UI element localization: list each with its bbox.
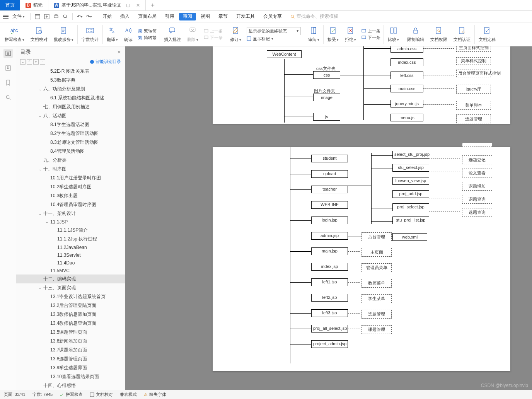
- toc-item[interactable]: 十二、编码实现: [16, 275, 125, 283]
- toc-item[interactable]: 5.3数据字典: [16, 76, 125, 85]
- bookmark-icon[interactable]: [3, 78, 13, 87]
- toc-item[interactable]: 13.7课题添加页面: [16, 346, 125, 355]
- toc-icon[interactable]: [3, 49, 13, 58]
- toc-item[interactable]: 11.2JavaBean: [16, 244, 125, 251]
- wordcount-button[interactable]: 字数统计: [78, 22, 102, 46]
- docproof-button[interactable]: 文档校对: [27, 22, 51, 46]
- file-menu[interactable]: 文件▾: [10, 13, 27, 20]
- menu-view[interactable]: 视图: [197, 11, 214, 22]
- permissions-button[interactable]: 文档权限: [427, 22, 450, 46]
- toc-item[interactable]: 11.3Servlet: [16, 251, 125, 259]
- finalize-button[interactable]: 文档定稿: [476, 22, 499, 46]
- toc-item[interactable]: 8.3老师论文管理活动图: [16, 138, 125, 147]
- menu-references[interactable]: 引用: [161, 11, 178, 22]
- prev-change[interactable]: 上一条: [361, 28, 380, 34]
- toc-level-down[interactable]: −: [40, 59, 45, 65]
- accept-button[interactable]: 接受▾: [324, 22, 342, 46]
- toc-item[interactable]: 七、用例图及用例描述: [16, 102, 125, 111]
- toc-item[interactable]: 13.2后台管理登陆页面: [16, 301, 125, 310]
- show-marks[interactable]: 显示标记▾: [247, 36, 301, 42]
- bookmark-panel-icon[interactable]: [3, 63, 13, 73]
- status-words[interactable]: 字数: 7945: [32, 392, 53, 397]
- toc-item[interactable]: 5.2E-R 图及关系表: [16, 67, 125, 76]
- restrict-button[interactable]: 限制编辑: [404, 22, 427, 46]
- close-tab-icon[interactable]: ✕: [136, 3, 140, 8]
- menu-devtools[interactable]: 开发工具: [232, 11, 259, 22]
- insert-comment-button[interactable]: 插入批注: [161, 22, 184, 46]
- next-change[interactable]: 下一条: [361, 35, 380, 41]
- review-pane-button[interactable]: 审阅▾: [305, 22, 322, 46]
- toc-collapse-all[interactable]: ⌃: [27, 59, 32, 65]
- search-box[interactable]: 查找命令、搜索模板: [290, 13, 338, 20]
- status-spell[interactable]: 拼写检查: [60, 392, 83, 397]
- certify-button[interactable]: 文档认证: [450, 22, 474, 46]
- close-toc-icon[interactable]: ✕: [117, 49, 121, 55]
- toc-item[interactable]: ⌄十、时序图: [16, 165, 125, 174]
- toc-item[interactable]: 11.1.1JSP简介: [16, 226, 125, 235]
- jian-to-fan[interactable]: 繁简转繁: [138, 35, 157, 41]
- status-missing-font[interactable]: ⚠缺失字体: [144, 392, 166, 397]
- reject-button[interactable]: 拒绝▾: [342, 22, 359, 46]
- approval-button[interactable]: 批改服务▾: [51, 22, 77, 46]
- toc-item[interactable]: 11.1.2Jsp 执行过程: [16, 235, 125, 244]
- preview-icon[interactable]: [61, 13, 69, 20]
- tab-doke[interactable]: D稻壳: [20, 0, 48, 10]
- toc-item[interactable]: 10.2学生选题时序图: [16, 182, 125, 191]
- toc-item[interactable]: 8.2学生选题管理活动图: [16, 129, 125, 138]
- toc-item[interactable]: ⌄十一、架构设计: [16, 209, 125, 218]
- status-page[interactable]: 页面: 33/41: [4, 392, 26, 397]
- toc-level-up[interactable]: +: [33, 59, 39, 65]
- new-tab-button[interactable]: ＋: [146, 0, 160, 10]
- hamburger-icon[interactable]: [3, 15, 9, 19]
- translate-button[interactable]: 文A翻译▾: [104, 22, 121, 46]
- toc-item[interactable]: 8.4管理员活动图: [16, 147, 125, 156]
- toc-item[interactable]: 10.1用户注册登录时序图: [16, 174, 125, 182]
- toc-item[interactable]: 10.4管理员审题时序图: [16, 200, 125, 209]
- toc-item[interactable]: 13.4教师信息查询页面: [16, 319, 125, 328]
- toc-item[interactable]: 10.3教师出题: [16, 191, 125, 200]
- status-proof[interactable]: 文档校对: [90, 392, 113, 397]
- undo-icon[interactable]: ↶▾: [76, 13, 84, 20]
- toc-item[interactable]: 13.8选题管理页面: [16, 355, 125, 363]
- toc-item[interactable]: ⌄六、功能分析及规划: [16, 85, 125, 94]
- track-button[interactable]: 修订▾: [227, 22, 244, 46]
- compare-button[interactable]: 比较▾: [385, 22, 402, 46]
- print-icon[interactable]: [52, 13, 60, 20]
- fan-to-jian[interactable]: 简繁转简: [138, 28, 157, 34]
- document-area[interactable]: WebContent css文件夹 css 图片文件夹 image js adm…: [125, 46, 532, 390]
- toc-item[interactable]: 11.5MVC: [16, 267, 125, 275]
- tab-document[interactable]: W 基于JSP的毕...实现 毕业论文 ▢ ✕: [48, 0, 146, 10]
- toc-item[interactable]: ⌄十三、页面实现: [16, 283, 125, 292]
- toc-list[interactable]: 5.2E-R 图及关系表5.3数据字典⌄六、功能分析及规划6.1 系统功能结构图…: [16, 67, 125, 390]
- menu-pagelayout[interactable]: 页面布局: [134, 11, 160, 22]
- prev-comment[interactable]: 上一条: [204, 28, 223, 34]
- redo-icon[interactable]: ↷▾: [85, 13, 93, 20]
- spellcheck-button[interactable]: abc拼写检查▾: [2, 22, 27, 46]
- toc-item[interactable]: 十四、心得感悟: [16, 381, 125, 390]
- smart-toc-button[interactable]: 智能识别目录: [90, 59, 121, 65]
- save-icon[interactable]: [34, 13, 41, 20]
- menu-vip[interactable]: 会员专享: [259, 11, 286, 22]
- toc-item[interactable]: 13.9学生选题界面: [16, 363, 125, 372]
- toc-item[interactable]: 8.1学生选题活动图: [16, 120, 125, 129]
- saveas-icon[interactable]: [43, 13, 51, 20]
- toc-item[interactable]: ⌄11.1JSP: [16, 218, 125, 226]
- restore-icon[interactable]: ▢: [126, 3, 130, 8]
- menu-start[interactable]: 开始: [99, 11, 116, 22]
- menu-review[interactable]: 审阅: [179, 13, 196, 20]
- track-display-select[interactable]: 显示标记的最终状态: [247, 27, 301, 35]
- toc-item[interactable]: 6.1 系统功能结构图及描述: [16, 94, 125, 102]
- next-comment[interactable]: 下一条: [204, 35, 223, 41]
- toc-item[interactable]: 13.3教师信息添加页面: [16, 310, 125, 319]
- toc-item[interactable]: 13.6新闻添加页面: [16, 337, 125, 346]
- toc-item[interactable]: 13.10查看选题结果页面: [16, 372, 125, 381]
- menu-chapter[interactable]: 章节: [215, 11, 232, 22]
- readaloud-button[interactable]: A朗读: [121, 22, 136, 46]
- toc-item[interactable]: 九、分析类: [16, 156, 125, 165]
- toc-expand-all[interactable]: ⌄: [20, 59, 26, 65]
- find-icon[interactable]: [3, 93, 13, 102]
- menu-insert[interactable]: 插入: [116, 11, 133, 22]
- tab-home[interactable]: 首页: [0, 0, 20, 10]
- toc-item[interactable]: 11.4Dao: [16, 259, 125, 267]
- toc-item[interactable]: 13.1毕业设计选题系统首页: [16, 292, 125, 301]
